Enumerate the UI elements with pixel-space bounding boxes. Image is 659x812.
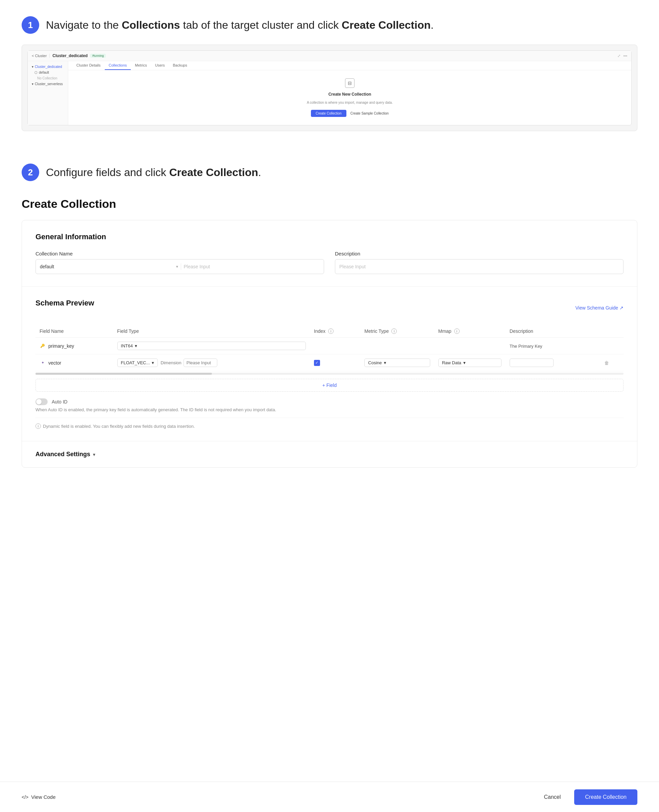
field-name-cell-vector: ✦ vector (35, 355, 113, 371)
schema-preview-title: Schema Preview (35, 299, 94, 307)
view-schema-link[interactable]: View Schema Guide ↗ (575, 305, 624, 311)
mock-breadcrumb: < Cluster (32, 54, 47, 58)
mock-tab-users[interactable]: Users (151, 61, 169, 70)
toggle-knob (36, 399, 42, 404)
mock-create-desc: A collection is where you import, manage… (307, 101, 393, 104)
th-field-type: Field Type (113, 325, 310, 337)
th-metric-type: Metric Type i (360, 325, 434, 337)
vector-field-name: vector (48, 360, 61, 366)
dynamic-field-info-icon: i (35, 423, 41, 429)
mmap-info-icon: i (454, 328, 460, 334)
horizontal-scrollbar[interactable] (35, 373, 624, 375)
index-info-icon: i (328, 328, 334, 334)
mock-sidebar-left: ▾Cluster_dedicated ⬡default No Collectio… (28, 61, 68, 125)
auto-id-toggle[interactable] (35, 398, 48, 405)
primary-key-type-select[interactable]: INT64 ▾ (117, 342, 306, 350)
vector-description-input[interactable] (510, 358, 553, 367)
mock-status-badge: Running (90, 54, 106, 58)
add-field-button[interactable]: + Field (35, 379, 624, 392)
index-cell-vector: ✓ (310, 355, 361, 371)
mmap-cell-primary (434, 337, 506, 355)
divider (181, 263, 181, 270)
general-info-form-row: Collection Name default ▾ Please Input D… (35, 251, 624, 274)
schema-preview-section: Schema Preview View Schema Guide ↗ Field… (22, 287, 637, 441)
primary-key-field-name: primary_key (48, 343, 74, 349)
key-icon: 🔑 (39, 343, 46, 349)
metric-type-info-icon: i (391, 328, 397, 334)
mock-tab-metrics[interactable]: Metrics (131, 61, 151, 70)
advanced-settings-header[interactable]: Advanced Settings ▾ (35, 451, 624, 458)
screenshot-box: < Cluster Cluster_dedicated Running ⤢ ••… (22, 44, 637, 131)
mock-tab-backups[interactable]: Backups (169, 61, 191, 70)
vector-type-select[interactable]: FLOAT_VEC... ▾ (117, 358, 158, 367)
vector-icon: ✦ (39, 360, 46, 366)
schema-header: Schema Preview View Schema Guide ↗ (35, 299, 624, 317)
create-collection-button[interactable]: Create Collection (574, 789, 637, 805)
chevron-down-icon: ▾ (135, 343, 137, 348)
collection-name-value: default (40, 264, 176, 269)
mmap-cell-vector: Raw Data ▾ (434, 355, 506, 371)
chevron-down-icon: ▾ (384, 360, 386, 365)
general-info-section: General Information Collection Name defa… (22, 220, 637, 287)
mock-topbar: < Cluster Cluster_dedicated Running ⤢ ••… (28, 51, 631, 61)
collection-name-group: Collection Name default ▾ Please Input (35, 251, 324, 274)
metric-type-cell-vector: Cosine ▾ (360, 355, 434, 371)
mock-buttons: Create Collection Create Sample Collecti… (311, 110, 389, 117)
mock-create-sample-btn[interactable]: Create Sample Collection (350, 112, 389, 115)
mock-sidebar-area: ▾Cluster_dedicated ⬡default No Collectio… (28, 61, 631, 125)
chevron-down-icon: ▾ (176, 264, 178, 269)
view-code-button[interactable]: </> View Code (22, 794, 56, 800)
metric-type-select[interactable]: Cosine ▾ (364, 358, 430, 367)
mock-sidebar-item-serverless: ▾Cluster_serverless (30, 81, 65, 87)
mock-sidebar-item-no-collection: No Collection (30, 76, 65, 81)
step-1-section: 1 Navigate to the Collections tab of the… (0, 0, 659, 131)
bottom-actions: Cancel Create Collection (537, 789, 637, 805)
mock-tabs: Cluster Details Collections Metrics User… (68, 61, 631, 70)
chevron-down-icon: ▾ (464, 360, 466, 365)
mock-main-content: ⊟ Create New Collection A collection is … (68, 70, 631, 125)
step-1-header: 1 Navigate to the Collections tab of the… (22, 16, 637, 34)
step-2-title: Configure fields and click Create Collec… (46, 166, 261, 179)
table-header-row: Field Name Field Type Index i (35, 325, 624, 337)
collection-name-input[interactable]: default ▾ Please Input (35, 259, 324, 274)
mock-cluster-name: Cluster_dedicated (52, 54, 88, 58)
step-2-badge: 2 (22, 164, 39, 181)
table-row: ✦ vector FLOAT_VEC... ▾ (35, 355, 624, 371)
chevron-down-icon: ▾ (152, 360, 154, 365)
form-container: General Information Collection Name defa… (22, 220, 637, 468)
mock-tab-collections[interactable]: Collections (105, 61, 131, 70)
create-collection-form-section: Create Collection General Information Co… (0, 192, 659, 508)
metric-type-cell-primary (360, 337, 434, 355)
field-type-cell-vector: FLOAT_VEC... ▾ Dimension (113, 355, 310, 371)
mock-ui: < Cluster Cluster_dedicated Running ⤢ ••… (27, 50, 632, 125)
th-actions (600, 325, 624, 337)
th-index: Index i (310, 325, 361, 337)
advanced-settings-section: Advanced Settings ▾ (22, 441, 637, 467)
index-checkbox[interactable]: ✓ (314, 360, 320, 366)
th-description: Description (506, 325, 600, 337)
step-2-section: 2 Configure fields and click Create Coll… (0, 147, 659, 181)
description-placeholder: Please Input (339, 264, 619, 269)
index-cell-primary (310, 337, 361, 355)
mmap-select[interactable]: Raw Data ▾ (438, 358, 501, 367)
mock-create-collection-btn[interactable]: Create Collection (311, 110, 347, 117)
step-1-title: Navigate to the Collections tab of the t… (46, 19, 434, 32)
th-mmap: Mmap i (434, 325, 506, 337)
primary-key-desc: The Primary Key (510, 344, 542, 349)
description-cell-primary: The Primary Key (506, 337, 600, 355)
schema-table: Field Name Field Type Index i (35, 325, 624, 371)
scrollbar-thumb (35, 373, 212, 375)
dimension-input[interactable] (183, 358, 217, 367)
collection-name-placeholder: Please Input (184, 264, 320, 269)
cancel-button[interactable]: Cancel (537, 791, 568, 804)
collection-name-label: Collection Name (35, 251, 324, 257)
step-2-header: 2 Configure fields and click Create Coll… (22, 164, 637, 181)
general-info-title: General Information (35, 232, 624, 241)
auto-id-row: Auto ID (35, 398, 624, 405)
description-group: Description Please Input (335, 251, 624, 274)
step-1-badge: 1 (22, 16, 39, 34)
dynamic-field-note: i Dynamic field is enabled. You can flex… (35, 418, 624, 429)
mock-tab-cluster-details[interactable]: Cluster Details (73, 61, 105, 70)
delete-icon[interactable]: 🗑 (604, 360, 609, 366)
description-input[interactable]: Please Input (335, 259, 624, 274)
